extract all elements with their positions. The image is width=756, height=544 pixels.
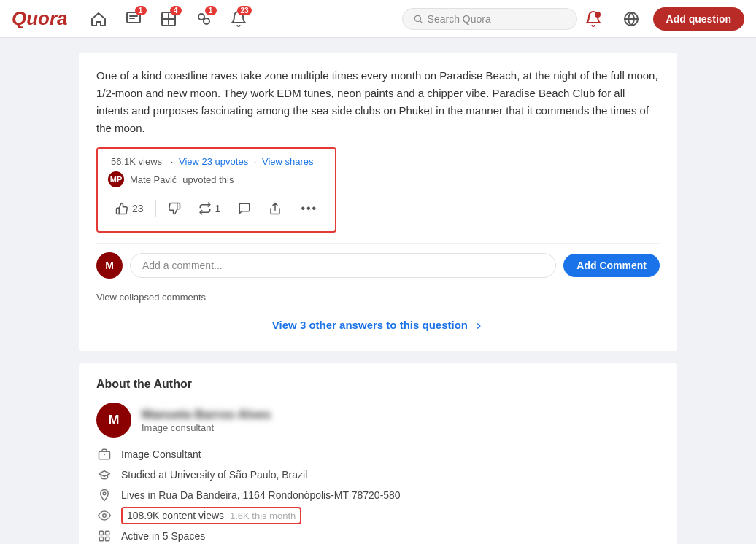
main-content: One of a kind coastline raves take zone … [79,38,677,544]
downvote-icon [168,202,181,215]
add-comment-button[interactable]: Add Comment [563,254,660,277]
detail-row-spaces: Active in 5 Spaces [96,529,660,543]
reshare-icon [198,202,212,215]
answer-text: One of a kind coastline raves take zone … [96,67,660,137]
svg-point-5 [595,12,601,18]
about-author-title: About the Author [96,378,660,391]
svg-rect-7 [99,451,110,459]
this-month-count: 1.6K this month [230,510,296,521]
upvote-icon [115,202,128,215]
header-right: Add question [577,3,744,35]
globe-icon [622,10,640,28]
search-bar[interactable]: Search Quora [402,8,577,30]
upvoted-name: Mate Pavić [130,174,177,185]
downvote-button[interactable] [161,198,188,219]
detail-spaces-text: Active in 5 Spaces [121,530,205,542]
svg-rect-11 [99,531,103,535]
author-details: Image Consultant Studied at University o… [96,448,660,544]
alert-bell-icon [585,10,602,28]
spaces-badge: 1 [205,6,217,15]
eye-icon [96,509,112,522]
search-placeholder: Search Quora [428,13,491,25]
nav-spaces[interactable]: 1 [188,3,220,35]
author-info: Manuela Barros Alves Image consultant [142,408,271,433]
action-bar: 23 1 [108,193,325,224]
author-header: M Manuela Barros Alves Image consultant [96,403,660,438]
search-icon [413,14,423,24]
author-title: Image consultant [142,422,271,433]
svg-point-3 [204,18,209,24]
notifications-badge: 23 [237,6,251,15]
reshare-button[interactable]: 1 [191,198,228,219]
stats-line: 56.1K views · View 23 upvotes · View sha… [108,156,325,167]
grid-icon [96,529,112,543]
main-nav: 1 4 1 23 [82,3,395,35]
share-icon [269,202,282,215]
chevron-right-icon [474,321,484,331]
author-avatar: M [96,403,131,438]
detail-row-location: Lives in Rua Da Bandeira, 1164 Rondonópo… [96,489,660,502]
detail-row-views: 108.9K content views 1.6K this month [96,509,660,522]
quora-logo[interactable]: Quora [12,7,68,30]
answer-badge: 1 [135,6,147,15]
svg-rect-12 [106,531,109,535]
comment-area: M Add a comment... Add Comment [96,243,660,287]
briefcase-icon [96,448,112,461]
nav-answer[interactable]: 1 [117,3,150,35]
nav-notifications[interactable]: 23 [223,3,255,35]
location-icon [96,489,112,502]
graduation-icon [96,468,112,481]
comment-icon [238,202,251,215]
upvote-button[interactable]: 23 [108,198,151,219]
action-bar-right: ••• [261,198,325,219]
view-more-answers[interactable]: View 3 other answers to this question [96,306,660,337]
more-button[interactable]: ••• [293,198,325,219]
view-count: 56.1K views [111,156,162,167]
nav-home[interactable] [82,3,115,35]
detail-row-job: Image Consultant [96,448,660,461]
content-views-count: 108.9K content views 1.6K this month [121,507,301,524]
view-more-suffix: other answers to this question [306,319,468,331]
upvote-count: 23 [132,203,144,214]
svg-point-9 [103,492,106,495]
upvoted-avatar: MP [108,171,124,187]
svg-rect-14 [106,537,109,541]
detail-row-education: Studied at University of São Paulo, Braz… [96,468,660,481]
upvoted-by: MP Mate Pavić upvoted this [108,171,325,187]
nav-post[interactable]: 4 [153,3,185,35]
comment-input[interactable]: Add a comment... [130,253,556,278]
reshare-count: 1 [215,203,221,214]
content-views-wrap: 108.9K content views 1.6K this month [121,510,301,521]
answer-card: One of a kind coastline raves take zone … [79,53,677,351]
commenter-avatar: M [96,252,123,279]
detail-education-text: Studied at University of São Paulo, Braz… [121,469,307,481]
author-name: Manuela Barros Alves [142,408,271,422]
home-icon [90,10,107,28]
author-card: About the Author M Manuela Barros Alves … [79,363,677,544]
comment-button[interactable] [231,198,258,219]
view-more-prefix: View [272,319,300,331]
svg-point-4 [414,15,420,21]
view-upvotes-link[interactable]: View 23 upvotes [179,156,248,167]
stats-box: 56.1K views · View 23 upvotes · View sha… [96,147,336,233]
alert-bell-button[interactable] [577,3,609,35]
svg-point-10 [103,514,107,518]
share-button[interactable] [261,198,289,219]
detail-job-text: Image Consultant [121,448,201,460]
more-dots: ••• [301,202,317,215]
add-question-button[interactable]: Add question [653,7,744,31]
svg-rect-13 [99,537,103,541]
action-divider [155,200,156,217]
header: Quora 1 4 [0,0,756,38]
detail-location-text: Lives in Rua Da Bandeira, 1164 Rondonópo… [121,489,401,501]
post-badge: 4 [170,6,182,15]
view-collapsed-link[interactable]: View collapsed comments [96,287,660,306]
svg-point-2 [198,14,204,20]
globe-button[interactable] [615,3,647,35]
view-shares-link[interactable]: View shares [262,156,314,167]
upvoted-suffix: upvoted this [182,174,234,185]
